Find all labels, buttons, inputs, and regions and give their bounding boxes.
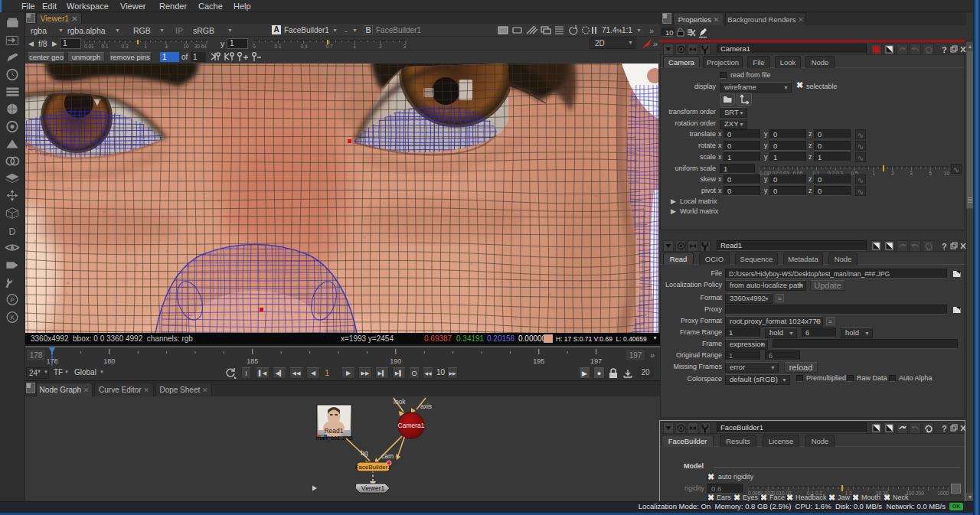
- svg-text:P: P: [10, 296, 15, 304]
- svg-text:bg: bg: [361, 449, 368, 457]
- svg-text:190: 190: [390, 357, 401, 365]
- svg-text:10: 10: [944, 171, 949, 176]
- svg-text:cam: cam: [381, 452, 394, 460]
- svg-text:1000: 1000: [938, 491, 949, 496]
- svg-text:0.1: 0.1: [101, 44, 108, 49]
- svg-text:0.7: 0.7: [325, 44, 332, 49]
- svg-text:1: 1: [353, 44, 356, 49]
- svg-text:0.4: 0.4: [300, 44, 307, 49]
- svg-text:D: D: [8, 226, 15, 237]
- svg-text:1: 1: [872, 171, 875, 176]
- svg-text:3: 3: [403, 44, 406, 49]
- svg-text:0.3: 0.3: [121, 44, 128, 49]
- svg-text:3: 3: [165, 44, 168, 49]
- svg-text:?: ?: [942, 242, 947, 251]
- svg-text:5: 5: [929, 171, 932, 176]
- svg-text:0: 0: [253, 44, 256, 49]
- svg-text:30 64: 30 64: [194, 44, 207, 49]
- svg-text:0.1: 0.1: [274, 44, 281, 49]
- svg-text:1: 1: [144, 44, 147, 49]
- svg-text:2: 2: [891, 171, 894, 176]
- svg-text:look: look: [394, 398, 406, 406]
- svg-text:Viewer1: Viewer1: [361, 484, 385, 492]
- svg-text:10: 10: [183, 44, 189, 49]
- svg-text:178: 178: [47, 357, 58, 365]
- svg-text:185: 185: [247, 357, 258, 365]
- svg-text:180: 180: [103, 357, 115, 365]
- svg-text:195: 195: [533, 357, 544, 365]
- svg-text:Camera1: Camera1: [398, 422, 425, 429]
- svg-text:FaceBuilder1: FaceBuilder1: [354, 464, 391, 471]
- svg-text:2: 2: [379, 44, 382, 49]
- svg-text:3: 3: [910, 171, 913, 176]
- svg-text:?: ?: [942, 45, 947, 54]
- svg-text:K: K: [10, 314, 15, 321]
- svg-text:?: ?: [942, 424, 947, 433]
- svg-text:axis: axis: [420, 403, 432, 410]
- svg-text:Read1: Read1: [324, 427, 343, 435]
- svg-text:0.01: 0.01: [84, 44, 94, 49]
